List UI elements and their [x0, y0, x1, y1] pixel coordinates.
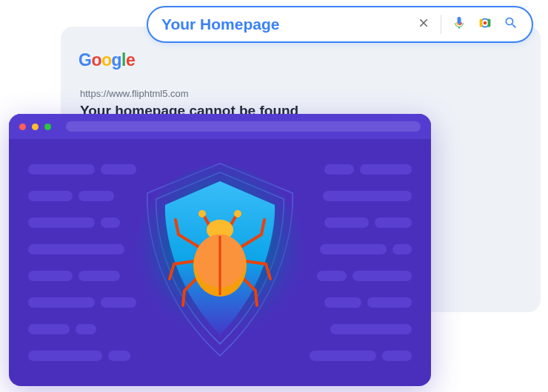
- skeleton-line: [375, 217, 412, 228]
- skeleton-line: [28, 164, 95, 175]
- skeleton-line: [367, 297, 412, 308]
- skeleton-line: [324, 297, 361, 308]
- skeleton-line: [324, 217, 369, 228]
- skeleton-line: [352, 271, 412, 281]
- camera-lens-icon[interactable]: [477, 15, 493, 34]
- logo-letter: g: [112, 50, 122, 70]
- skeleton-line: [78, 191, 114, 201]
- skeleton-line: [28, 217, 95, 228]
- result-url: https://www.fliphtml5.com: [80, 88, 189, 99]
- search-icon[interactable]: [504, 16, 518, 33]
- window-maximize-dot[interactable]: [44, 124, 51, 130]
- svg-point-1: [484, 21, 487, 25]
- skeleton-line: [360, 164, 412, 175]
- svg-point-3: [198, 210, 206, 217]
- skeleton-line: [28, 324, 70, 334]
- close-icon[interactable]: [417, 16, 430, 33]
- skeleton-line: [28, 297, 95, 308]
- search-bar[interactable]: Your Homepage: [147, 6, 533, 43]
- skeleton-line: [78, 271, 120, 281]
- skeleton-line: [28, 351, 102, 361]
- logo-letter: o: [91, 50, 101, 70]
- shield-icon: [116, 158, 324, 365]
- google-logo: Google: [78, 50, 135, 70]
- logo-letter: e: [126, 50, 135, 70]
- search-input[interactable]: Your Homepage: [161, 16, 417, 33]
- logo-letter: G: [78, 50, 91, 70]
- skeleton-line: [320, 244, 387, 254]
- svg-point-4: [234, 210, 241, 217]
- skeleton-line: [392, 244, 412, 254]
- skeleton-line: [76, 324, 96, 334]
- divider: [441, 15, 441, 34]
- security-window: [9, 114, 431, 386]
- search-actions: [417, 15, 518, 34]
- window-title-bar: [9, 114, 431, 139]
- window-minimize-dot[interactable]: [32, 124, 39, 130]
- window-close-dot[interactable]: [19, 124, 26, 130]
- skeleton-line: [382, 351, 412, 361]
- skeleton-line: [28, 271, 73, 281]
- skeleton-line: [323, 191, 412, 201]
- skeleton-line: [28, 244, 124, 254]
- skeleton-line: [330, 324, 412, 334]
- mic-icon[interactable]: [452, 16, 467, 33]
- address-bar-placeholder: [66, 121, 421, 132]
- logo-letter: o: [101, 50, 112, 70]
- skeleton-line: [28, 191, 73, 201]
- skeleton-line: [324, 164, 354, 175]
